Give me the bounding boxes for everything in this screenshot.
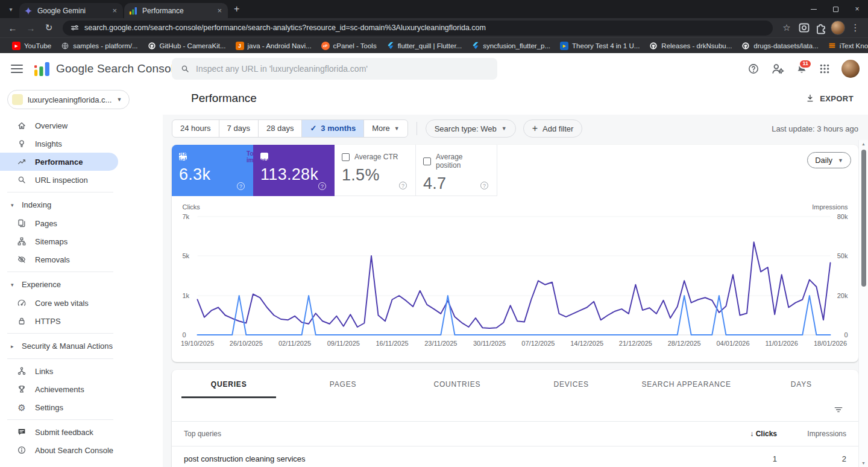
bookmark-item[interactable]: drugs-datasets/lata... (737, 40, 823, 52)
maximize-button[interactable] (825, 0, 846, 18)
property-selector[interactable]: luxurycleaningflorida.c... ▼ (7, 90, 130, 109)
bookmark-item[interactable]: syncfusion_flutter_p... (467, 40, 555, 52)
scrollbar-thumb[interactable] (861, 150, 866, 287)
checked-checkbox[interactable]: Total clicks (179, 153, 187, 160)
close-button[interactable]: × (846, 0, 868, 18)
scrollbar-down-icon[interactable]: ▼ (859, 461, 868, 465)
address-bar[interactable]: search.google.com/search-console/perform… (63, 21, 773, 36)
interval-dropdown[interactable]: Daily ▼ (807, 152, 851, 168)
bookmark-item[interactable]: iText Knowledge Base (823, 40, 868, 52)
notifications-bell-icon[interactable]: 11 (796, 63, 808, 75)
itext-favicon-icon (828, 42, 836, 49)
header-actions: 11 (747, 53, 860, 84)
export-button[interactable]: EXPORT (805, 94, 854, 103)
help-icon[interactable]: ? (399, 182, 407, 189)
range-24-hours[interactable]: 24 hours (172, 120, 219, 137)
new-tab-button[interactable]: + (234, 4, 239, 14)
metric-total-impressions[interactable]: Total impressions113.28k? (253, 145, 335, 196)
metric-average-position[interactable]: Average position4.7? (416, 145, 497, 196)
tab-close-icon[interactable]: × (216, 6, 223, 15)
tab-search-chevron-icon[interactable]: ▾ (4, 2, 18, 16)
bookmark-item[interactable]: Jjava - Android Navi... (231, 40, 316, 52)
reload-button[interactable]: ↻ (41, 20, 57, 36)
sidebar-section-indexing[interactable]: ▾Indexing (0, 195, 163, 214)
forward-button[interactable]: → (23, 20, 39, 36)
range-label: 28 days (266, 120, 294, 137)
bookmark-item[interactable]: GitHub - CameraKit... (143, 40, 231, 52)
performance-line-chart[interactable]: ClicksImpressions7k5k1k080k50k20k019/10/… (172, 200, 858, 362)
extensions-puzzle-icon[interactable] (814, 21, 828, 35)
tab-devices[interactable]: DEVICES (527, 370, 615, 398)
browser-profile-avatar[interactable] (831, 21, 845, 35)
range-28-days[interactable]: 28 days (259, 120, 303, 137)
range-more-dropdown[interactable]: More▼ (364, 120, 407, 137)
sidebar-item-https[interactable]: HTTPS (0, 312, 163, 330)
column-top-queries[interactable]: Top queries (184, 430, 717, 438)
help-icon[interactable] (747, 63, 760, 75)
tab-days[interactable]: DAYS (758, 370, 845, 398)
help-icon[interactable]: ? (480, 182, 488, 189)
table-row[interactable]: post construction cleaning services12 (172, 446, 858, 467)
tab-search-appearance[interactable]: SEARCH APPEARANCE (641, 370, 731, 398)
scrollbar-up-icon[interactable]: ▲ (859, 142, 868, 146)
account-avatar[interactable] (841, 60, 860, 78)
checked-checkbox[interactable]: Total impressions (260, 153, 268, 160)
tab-queries[interactable]: QUERIES (185, 370, 272, 398)
sidebar-section-security-manual-actions[interactable]: ▸Security & Manual Actions (0, 337, 163, 355)
bookmark-star-icon[interactable]: ☆ (779, 20, 794, 36)
last-update-text: Last update: 3 hours ago (772, 124, 858, 133)
sidebar-item-label: HTTPS (35, 317, 61, 326)
google-apps-grid-icon[interactable] (819, 63, 830, 74)
bookmark-item[interactable]: ▶YouTube (7, 40, 56, 52)
range-3-months[interactable]: ✓3 months (302, 120, 364, 137)
bookmark-item[interactable]: flutter_quill | Flutter... (382, 40, 467, 52)
sidebar-item-submit-feedback[interactable]: Submit feedback (0, 423, 163, 441)
tab-close-icon[interactable]: × (111, 6, 118, 15)
browser-tab[interactable]: Google Gemini× (19, 3, 123, 18)
help-icon[interactable]: ? (237, 182, 245, 190)
browser-menu-kebab-icon[interactable]: ⋮ (848, 20, 863, 36)
sidebar-item-overview[interactable]: Overview (0, 116, 163, 135)
unchecked-checkbox[interactable] (423, 157, 431, 165)
bookmark-item[interactable]: samples - platform/... (56, 40, 142, 52)
sidebar-item-achievements[interactable]: Achievements (0, 380, 163, 398)
sidebar-item-links[interactable]: Links (0, 362, 163, 380)
metric-total-clicks[interactable]: Total clicks6.3k? (172, 145, 253, 196)
sidebar-item-removals[interactable]: Removals (0, 250, 163, 268)
minimize-button[interactable] (803, 0, 825, 18)
back-button[interactable]: ← (5, 20, 20, 36)
lens-icon[interactable] (797, 21, 811, 35)
bookmark-item[interactable]: cPcPanel - Tools (316, 40, 382, 52)
sidebar-item-settings[interactable]: ⚙Settings (0, 398, 163, 416)
sidebar-item-about-search-console[interactable]: About Search Console (0, 441, 163, 459)
sidebar-item-sitemaps[interactable]: Sitemaps (0, 232, 163, 250)
search-type-filter[interactable]: Search type: Web ▼ (426, 119, 516, 138)
tab-countries[interactable]: COUNTRIES (414, 370, 501, 398)
column-impressions[interactable]: Impressions (777, 430, 846, 438)
sidebar-section-experience[interactable]: ▾Experience (0, 275, 163, 294)
site-settings-icon[interactable] (70, 23, 80, 33)
bookmark-item[interactable]: Releases - drkNsubu... (644, 40, 737, 52)
url-inspect-searchbox[interactable] (172, 58, 497, 80)
sidebar-item-url-inspection[interactable]: URL inspection (0, 171, 163, 189)
user-settings-icon[interactable] (771, 62, 784, 75)
hamburger-menu-icon[interactable] (11, 65, 23, 73)
range-7-days[interactable]: 7 days (219, 120, 259, 137)
help-icon[interactable]: ? (318, 182, 326, 190)
unchecked-checkbox[interactable] (342, 153, 350, 161)
add-filter-button[interactable]: + Add filter (523, 119, 583, 138)
metric-average-ctr[interactable]: Average CTR1.5%? (335, 145, 416, 196)
bookmark-item[interactable]: ▶Theory Test 4 in 1 U... (555, 40, 644, 52)
metric-value: 1.5% (342, 166, 408, 185)
sidebar-item-pages[interactable]: Pages (0, 214, 163, 232)
sidebar-item-performance[interactable]: Performance (0, 153, 118, 171)
tab-pages[interactable]: PAGES (299, 370, 386, 398)
sidebar-item-core-web-vitals[interactable]: Core web vitals (0, 294, 163, 312)
table-filter-icon[interactable] (833, 404, 844, 415)
sidebar-item-insights[interactable]: Insights (0, 135, 163, 153)
browser-tab[interactable]: Performance× (124, 3, 228, 18)
search-input[interactable] (196, 64, 489, 74)
column-clicks-sorted[interactable]: ↓ Clicks (717, 430, 777, 438)
vertical-scrollbar[interactable]: ▲ ▼ (858, 140, 868, 467)
range-label: 7 days (227, 120, 250, 137)
